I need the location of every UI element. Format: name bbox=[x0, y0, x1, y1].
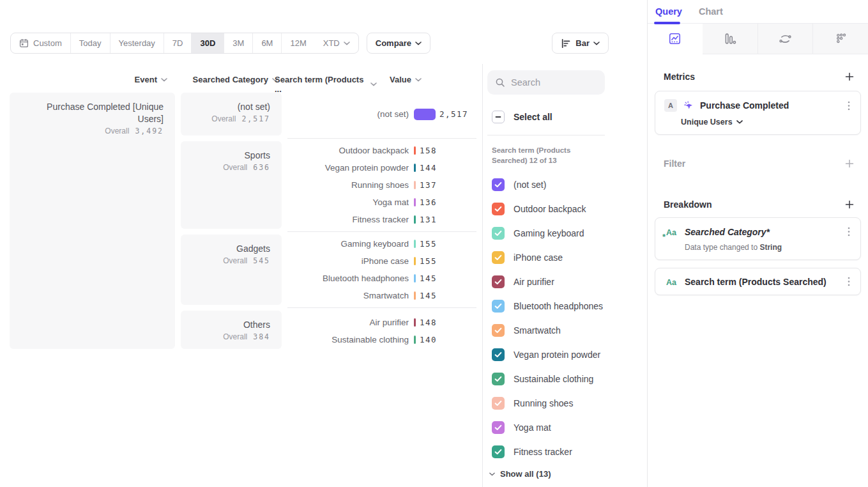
metric-options-button[interactable] bbox=[846, 100, 851, 112]
range-6m-button[interactable]: 6M bbox=[253, 33, 282, 53]
search-term-row[interactable]: iPhone case155 bbox=[287, 252, 476, 270]
column-header-value[interactable]: Value bbox=[374, 75, 422, 84]
filter-item[interactable]: (not set) bbox=[487, 173, 647, 197]
chart-type-button[interactable]: Bar bbox=[552, 33, 609, 54]
filter-item[interactable]: Yoga mat bbox=[487, 415, 647, 440]
range-custom-label: Custom bbox=[33, 38, 62, 48]
series-search-input[interactable] bbox=[511, 77, 594, 88]
breakdown-options-button[interactable] bbox=[846, 226, 851, 238]
category-cell[interactable]: OthersOverall384 bbox=[181, 311, 282, 349]
range-7d-button[interactable]: 7D bbox=[164, 33, 192, 53]
modified-asterisk: * bbox=[662, 232, 666, 242]
search-term-row[interactable]: Vegan protein powder144 bbox=[287, 159, 476, 176]
column-header-search-term[interactable]: Search term (Products ... bbox=[275, 75, 377, 94]
event-cell[interactable]: Purchase Completed [Unique Users] Overal… bbox=[10, 93, 175, 349]
series-search-box[interactable] bbox=[487, 70, 605, 95]
search-term-row[interactable]: Yoga mat136 bbox=[287, 194, 476, 211]
category-overall-value: 545 bbox=[253, 256, 270, 265]
search-term-row[interactable]: Sustainable clothing140 bbox=[287, 331, 476, 348]
category-overall-row: Overall384 bbox=[192, 332, 270, 341]
tab-retention[interactable] bbox=[812, 24, 868, 54]
breakdown-options-button[interactable] bbox=[846, 275, 851, 288]
series-checkbox[interactable] bbox=[492, 421, 505, 434]
search-term-row[interactable]: Air purifier148 bbox=[287, 314, 476, 331]
tab-chart[interactable]: Chart bbox=[699, 6, 723, 17]
check-icon bbox=[494, 400, 502, 406]
value-cell: 155 bbox=[414, 239, 476, 249]
series-checkbox[interactable] bbox=[492, 348, 505, 361]
filter-item[interactable]: Running shoes bbox=[487, 391, 647, 415]
series-checkbox[interactable] bbox=[492, 251, 505, 264]
range-3m-button[interactable]: 3M bbox=[224, 33, 253, 53]
tab-insights[interactable] bbox=[648, 24, 703, 54]
series-checkbox[interactable] bbox=[492, 373, 505, 385]
value-cell: 155 bbox=[414, 256, 476, 266]
series-checkbox[interactable] bbox=[492, 203, 505, 215]
filter-item[interactable]: Bluetooth headphones bbox=[487, 294, 647, 318]
search-icon bbox=[495, 77, 505, 88]
range-12m-button[interactable]: 12M bbox=[282, 33, 314, 53]
search-term-label: Outdoor backpack bbox=[287, 146, 409, 155]
range-30d-button[interactable]: 30D bbox=[192, 33, 224, 53]
value-cell: 140 bbox=[414, 335, 476, 344]
add-filter-button[interactable] bbox=[845, 159, 854, 168]
search-term-label: Smartwatch bbox=[287, 291, 409, 300]
add-metric-button[interactable] bbox=[845, 72, 854, 81]
filter-item[interactable]: Air purifier bbox=[487, 270, 647, 294]
value-bar bbox=[414, 198, 416, 206]
filter-item[interactable]: Vegan protein powder bbox=[487, 343, 647, 367]
metric-card[interactable]: A Purchase Completed Unique Users bbox=[655, 91, 861, 135]
filter-item[interactable]: Gaming keyboard bbox=[487, 221, 647, 245]
range-custom-button[interactable]: Custom bbox=[11, 33, 71, 53]
column-header-category[interactable]: Searched Category bbox=[183, 75, 278, 84]
range-today-button[interactable]: Today bbox=[71, 33, 110, 53]
range-yesterday-button[interactable]: Yesterday bbox=[110, 33, 164, 53]
compare-button[interactable]: Compare bbox=[367, 33, 430, 54]
search-term-row[interactable]: Smartwatch145 bbox=[287, 287, 476, 304]
select-all-row[interactable]: Select all bbox=[487, 111, 647, 123]
category-cell[interactable]: GadgetsOverall545 bbox=[181, 235, 282, 305]
check-icon bbox=[494, 449, 502, 455]
series-checkbox[interactable] bbox=[492, 178, 505, 191]
aa-glyph: Aa bbox=[666, 278, 676, 287]
breakdown-card-search-term[interactable]: Aa Search term (Products Searched) bbox=[655, 268, 861, 295]
breakdown-card-searched-category[interactable]: Aa * Searched Category* Data type change… bbox=[655, 217, 861, 260]
category-cell[interactable]: SportsOverall636 bbox=[181, 141, 282, 229]
search-term-row[interactable]: Bluetooth headphones145 bbox=[287, 270, 476, 287]
series-checkbox[interactable] bbox=[492, 300, 505, 313]
series-checkbox[interactable] bbox=[492, 324, 505, 337]
add-breakdown-button[interactable] bbox=[845, 200, 854, 209]
tab-query[interactable]: Query bbox=[655, 6, 682, 17]
show-all-button[interactable]: Show all (13) bbox=[487, 469, 647, 479]
report-main-area: Custom TodayYesterday7D30D3M6M12M XTD Co… bbox=[0, 0, 647, 487]
tab-flows[interactable] bbox=[758, 24, 813, 54]
value-cell: 144 bbox=[414, 163, 476, 173]
filter-item[interactable]: Sustainable clothing bbox=[487, 367, 647, 391]
series-checkbox[interactable] bbox=[492, 397, 505, 410]
date-range-toolbar: Custom TodayYesterday7D30D3M6M12M XTD Co… bbox=[10, 33, 430, 54]
metric-mode-dropdown[interactable]: Unique Users bbox=[681, 118, 851, 127]
tab-funnels[interactable] bbox=[703, 24, 758, 54]
range-xtd-button[interactable]: XTD bbox=[315, 33, 358, 53]
filter-item[interactable]: Smartwatch bbox=[487, 318, 647, 343]
search-term-row[interactable]: (not set)2,517 bbox=[287, 93, 476, 135]
select-all-checkbox[interactable] bbox=[492, 111, 505, 123]
series-checkbox[interactable] bbox=[492, 445, 505, 458]
note-prefix: Data type changed to bbox=[685, 243, 759, 252]
series-checkbox[interactable] bbox=[492, 275, 505, 288]
filter-item[interactable]: iPhone case bbox=[487, 245, 647, 270]
table-group: OthersOverall384Air purifier148Sustainab… bbox=[181, 311, 476, 349]
column-header-event[interactable]: Event bbox=[73, 75, 167, 84]
event-overall-value: 3,492 bbox=[135, 127, 164, 135]
series-checkbox[interactable] bbox=[492, 227, 505, 240]
search-term-row[interactable]: Outdoor backpack158 bbox=[287, 142, 476, 159]
search-term-row[interactable]: Running shoes137 bbox=[287, 176, 476, 194]
filter-item[interactable]: Outdoor backpack bbox=[487, 197, 647, 221]
search-term-row[interactable]: Gaming keyboard155 bbox=[287, 235, 476, 252]
search-term-row[interactable]: Fitness tracker131 bbox=[287, 211, 476, 228]
filter-item[interactable]: Fitness tracker bbox=[487, 440, 647, 464]
category-cell[interactable]: (not set)Overall2,517 bbox=[181, 93, 282, 135]
chart-type-label: Bar bbox=[575, 38, 590, 48]
terms-block: Air purifier148Sustainable clothing140 bbox=[287, 311, 476, 349]
value-cell: 158 bbox=[414, 146, 476, 155]
